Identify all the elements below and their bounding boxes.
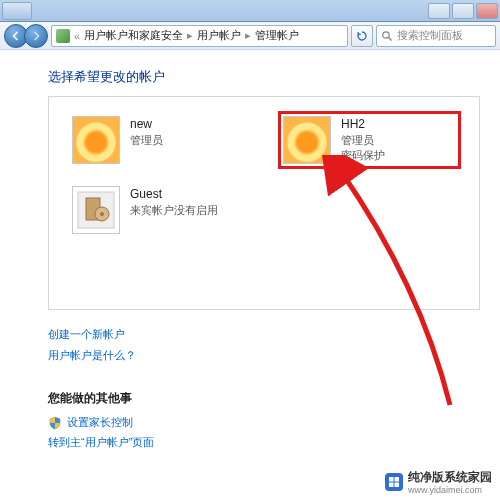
breadcrumb-sep-icon: ▸	[245, 29, 251, 42]
refresh-button[interactable]	[351, 25, 373, 47]
watermark-url: www.yidaimei.com	[408, 486, 492, 495]
breadcrumb-seg[interactable]: 用户帐户和家庭安全	[84, 28, 183, 43]
account-item-guest[interactable]: Guest 来宾帐户没有启用	[67, 181, 250, 239]
account-desc: 管理员	[130, 133, 163, 148]
other-heading: 您能做的其他事	[48, 390, 480, 407]
what-is-account-link[interactable]: 用户帐户是什么？	[48, 349, 136, 361]
account-item-hh2[interactable]: HH2 管理员 密码保护	[278, 111, 461, 169]
forward-button[interactable]	[24, 24, 48, 48]
breadcrumb-sep-icon: ▸	[187, 29, 193, 42]
goto-main-accounts-link[interactable]: 转到主“用户帐户”页面	[48, 433, 154, 453]
account-info: new 管理员	[130, 116, 163, 148]
svg-rect-7	[395, 477, 400, 482]
control-panel-icon	[56, 29, 70, 43]
search-input[interactable]: 搜索控制面板	[376, 25, 496, 47]
account-name: new	[130, 116, 163, 133]
content-area: 选择希望更改的帐户 new 管理员 HH2 管理员 密码保护	[0, 50, 500, 462]
account-name: Guest	[130, 186, 218, 203]
maximize-button[interactable]	[452, 3, 474, 19]
breadcrumb-seg[interactable]: 用户帐户	[197, 28, 241, 43]
svg-rect-8	[389, 483, 394, 488]
breadcrumb-seg[interactable]: 管理帐户	[255, 28, 299, 43]
account-desc: 来宾帐户没有启用	[130, 203, 218, 218]
search-icon	[381, 30, 393, 42]
window-controls	[428, 3, 498, 19]
shield-icon	[48, 416, 62, 430]
svg-point-0	[383, 31, 389, 37]
watermark-title: 纯净版系统家园	[408, 470, 492, 484]
create-account-link[interactable]: 创建一个新帐户	[48, 328, 125, 340]
svg-rect-9	[395, 483, 400, 488]
breadcrumb-sep-icon: «	[74, 30, 80, 42]
address-bar[interactable]: « 用户帐户和家庭安全 ▸ 用户帐户 ▸ 管理帐户	[51, 25, 348, 47]
account-list-box: new 管理员 HH2 管理员 密码保护 Guest 来宾帐户没有启用	[48, 96, 480, 310]
account-item-new[interactable]: new 管理员	[67, 111, 250, 169]
minimize-button[interactable]	[428, 3, 450, 19]
parental-controls-link[interactable]: 设置家长控制	[67, 413, 133, 433]
svg-line-1	[389, 37, 392, 40]
page-heading: 选择希望更改的帐户	[48, 68, 480, 86]
account-avatar-flower-icon	[283, 116, 331, 164]
watermark-logo: 纯净版系统家园 www.yidaimei.com	[385, 469, 492, 495]
account-desc: 密码保护	[341, 148, 385, 163]
account-name: HH2	[341, 116, 385, 133]
account-avatar-guest-icon	[72, 186, 120, 234]
account-info: Guest 来宾帐户没有启用	[130, 186, 218, 218]
action-links: 创建一个新帐户 用户帐户是什么？	[48, 324, 480, 366]
logo-icon	[385, 473, 403, 491]
search-placeholder: 搜索控制面板	[397, 28, 463, 43]
svg-rect-6	[389, 477, 394, 482]
account-desc: 管理员	[341, 133, 385, 148]
account-avatar-flower-icon	[72, 116, 120, 164]
navbar: « 用户帐户和家庭安全 ▸ 用户帐户 ▸ 管理帐户 搜索控制面板	[0, 22, 500, 50]
account-info: HH2 管理员 密码保护	[341, 116, 385, 164]
svg-point-5	[100, 212, 104, 216]
other-actions: 您能做的其他事 设置家长控制 转到主“用户帐户”页面	[48, 390, 480, 453]
window-icon	[2, 2, 32, 20]
titlebar	[0, 0, 500, 22]
close-button[interactable]	[476, 3, 498, 19]
